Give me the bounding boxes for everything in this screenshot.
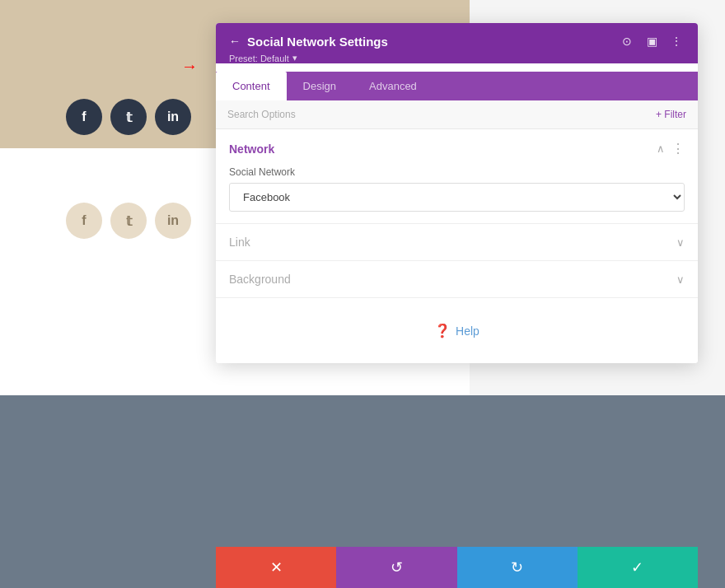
filter-button[interactable]: + Filter [656, 109, 686, 120]
tabs-bar: Content Design Advanced [216, 72, 698, 100]
save-button[interactable]: ✓ [578, 547, 698, 588]
link-section-header[interactable]: Link ∨ [229, 236, 685, 249]
preset-label: Preset: Default [229, 54, 289, 63]
target-icon[interactable]: ⊙ [619, 33, 635, 49]
background-expand-icon[interactable]: ∨ [676, 273, 685, 286]
panel-title-left: ← Social Network Settings [229, 35, 388, 49]
social-icons-dark-group: f 𝕥 in [66, 99, 191, 135]
panel-body: Search Options + Filter Network ∧ ⋮ Soci… [216, 100, 698, 363]
network-field: Social Network Facebook Twitter LinkedIn… [229, 166, 685, 212]
undo-button[interactable]: ↺ [336, 547, 456, 588]
link-expand-icon[interactable]: ∨ [676, 236, 685, 249]
network-more-icon[interactable]: ⋮ [671, 141, 685, 156]
link-section-title: Link [229, 236, 250, 249]
background-section-header[interactable]: Background ∨ [229, 273, 685, 286]
linkedin-icon-light[interactable]: in [155, 203, 191, 239]
back-arrow-icon[interactable]: ← [229, 35, 241, 48]
cancel-icon: ✕ [270, 558, 283, 576]
redo-icon: ↻ [511, 558, 523, 576]
twitter-icon-light[interactable]: 𝕥 [110, 203, 147, 239]
linkedin-icon-dark[interactable]: in [155, 99, 191, 135]
search-options-label[interactable]: Search Options [227, 109, 296, 120]
more-icon[interactable]: ⋮ [668, 33, 685, 49]
social-network-label: Social Network [229, 166, 685, 178]
help-label[interactable]: Help [456, 324, 479, 338]
network-section-header[interactable]: Network ∧ ⋮ [229, 141, 685, 156]
facebook-icon-light[interactable]: f [66, 203, 102, 239]
facebook-icon-dark[interactable]: f [66, 99, 102, 135]
panel-title-icons: ⊙ ▣ ⋮ [619, 33, 685, 49]
redo-button[interactable]: ↻ [457, 547, 578, 588]
undo-icon: ↺ [391, 558, 403, 576]
help-section: ❓ Help [216, 298, 698, 363]
background-section: Background ∨ [216, 261, 698, 298]
preset-row: Preset: Default ▾ [229, 53, 685, 63]
arrow-indicator: → [181, 57, 198, 76]
social-icons-light-group: f 𝕥 in [66, 203, 191, 239]
link-section: Link ∨ [216, 224, 698, 261]
columns-icon[interactable]: ▣ [643, 33, 660, 49]
search-bar: Search Options + Filter [216, 100, 698, 129]
preset-arrow-icon[interactable]: ▾ [292, 53, 297, 63]
help-icon: ❓ [434, 323, 451, 338]
save-icon: ✓ [631, 558, 643, 576]
panel-title: Social Network Settings [247, 35, 388, 49]
tab-content[interactable]: Content [216, 72, 287, 100]
social-network-select[interactable]: Facebook Twitter LinkedIn Instagram YouT… [229, 183, 685, 212]
link-section-icons: ∨ [676, 236, 685, 249]
panel-title-row: ← Social Network Settings ⊙ ▣ ⋮ [229, 33, 685, 49]
network-section-title: Network [229, 142, 274, 156]
twitter-icon-dark[interactable]: 𝕥 [110, 99, 147, 135]
cancel-button[interactable]: ✕ [216, 547, 336, 588]
bottom-toolbar: ✕ ↺ ↻ ✓ [216, 547, 698, 588]
network-section: Network ∧ ⋮ Social Network Facebook Twit… [216, 129, 698, 224]
background-section-title: Background [229, 273, 291, 286]
network-section-icons: ∧ ⋮ [657, 141, 685, 156]
tab-design[interactable]: Design [287, 72, 353, 100]
tab-advanced[interactable]: Advanced [353, 72, 433, 100]
network-collapse-icon[interactable]: ∧ [657, 142, 665, 155]
panel-header: ← Social Network Settings ⊙ ▣ ⋮ Preset: … [216, 23, 698, 63]
settings-panel: ← Social Network Settings ⊙ ▣ ⋮ Preset: … [216, 23, 698, 363]
background-section-icons: ∨ [676, 273, 685, 286]
